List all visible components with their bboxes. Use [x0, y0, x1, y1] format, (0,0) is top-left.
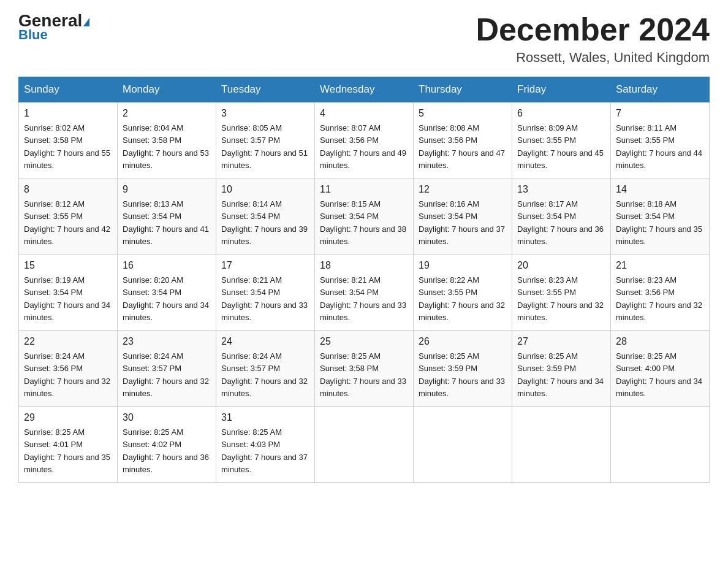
- day-number: 10: [221, 182, 309, 197]
- month-title: December 2024: [476, 12, 710, 47]
- logo-blue: Blue: [18, 27, 48, 43]
- day-number: 3: [221, 106, 309, 121]
- day-info: Sunrise: 8:25 AMSunset: 3:58 PMDaylight:…: [320, 351, 406, 398]
- day-info: Sunrise: 8:25 AMSunset: 4:02 PMDaylight:…: [123, 427, 209, 474]
- day-number: 31: [221, 410, 309, 425]
- table-row: 30 Sunrise: 8:25 AMSunset: 4:02 PMDaylig…: [118, 407, 216, 483]
- day-number: 1: [24, 106, 112, 121]
- table-row: 14 Sunrise: 8:18 AMSunset: 3:54 PMDaylig…: [611, 178, 710, 255]
- day-number: 30: [123, 410, 211, 425]
- day-info: Sunrise: 8:22 AMSunset: 3:55 PMDaylight:…: [419, 275, 505, 322]
- table-row: 3 Sunrise: 8:05 AMSunset: 3:57 PMDayligh…: [216, 102, 315, 178]
- day-number: 22: [24, 334, 112, 349]
- calendar-week-row: 22 Sunrise: 8:24 AMSunset: 3:56 PMDaylig…: [19, 331, 710, 407]
- table-row: 2 Sunrise: 8:04 AMSunset: 3:58 PMDayligh…: [118, 102, 216, 178]
- day-number: 8: [24, 182, 112, 197]
- calendar-header-row: Sunday Monday Tuesday Wednesday Thursday…: [19, 77, 710, 102]
- calendar-week-row: 1 Sunrise: 8:02 AMSunset: 3:58 PMDayligh…: [19, 102, 710, 178]
- day-info: Sunrise: 8:23 AMSunset: 3:56 PMDaylight:…: [616, 275, 702, 322]
- day-number: 15: [24, 258, 112, 273]
- calendar-week-row: 8 Sunrise: 8:12 AMSunset: 3:55 PMDayligh…: [19, 178, 710, 255]
- table-row: 4 Sunrise: 8:07 AMSunset: 3:56 PMDayligh…: [315, 102, 414, 178]
- col-monday: Monday: [118, 77, 216, 102]
- day-number: 12: [419, 182, 507, 197]
- day-number: 29: [24, 410, 112, 425]
- table-row: 20 Sunrise: 8:23 AMSunset: 3:55 PMDaylig…: [512, 255, 611, 331]
- table-row: 15 Sunrise: 8:19 AMSunset: 3:54 PMDaylig…: [19, 255, 118, 331]
- col-saturday: Saturday: [611, 77, 710, 102]
- day-number: 6: [517, 106, 605, 121]
- table-row: [611, 407, 710, 483]
- table-row: 27 Sunrise: 8:25 AMSunset: 3:59 PMDaylig…: [512, 331, 611, 407]
- day-number: 14: [616, 182, 704, 197]
- table-row: 9 Sunrise: 8:13 AMSunset: 3:54 PMDayligh…: [118, 178, 216, 255]
- table-row: 24 Sunrise: 8:24 AMSunset: 3:57 PMDaylig…: [216, 331, 315, 407]
- table-row: 19 Sunrise: 8:22 AMSunset: 3:55 PMDaylig…: [414, 255, 512, 331]
- day-number: 9: [123, 182, 211, 197]
- day-info: Sunrise: 8:20 AMSunset: 3:54 PMDaylight:…: [123, 275, 209, 322]
- table-row: 13 Sunrise: 8:17 AMSunset: 3:54 PMDaylig…: [512, 178, 611, 255]
- day-number: 13: [517, 182, 605, 197]
- table-row: 23 Sunrise: 8:24 AMSunset: 3:57 PMDaylig…: [118, 331, 216, 407]
- table-row: 22 Sunrise: 8:24 AMSunset: 3:56 PMDaylig…: [19, 331, 118, 407]
- logo: General Blue: [18, 12, 89, 43]
- day-info: Sunrise: 8:14 AMSunset: 3:54 PMDaylight:…: [221, 199, 308, 246]
- col-sunday: Sunday: [19, 77, 118, 102]
- day-info: Sunrise: 8:16 AMSunset: 3:54 PMDaylight:…: [419, 199, 505, 246]
- col-wednesday: Wednesday: [315, 77, 414, 102]
- day-number: 23: [123, 334, 211, 349]
- table-row: 29 Sunrise: 8:25 AMSunset: 4:01 PMDaylig…: [19, 407, 118, 483]
- day-info: Sunrise: 8:25 AMSunset: 4:03 PMDaylight:…: [221, 427, 308, 474]
- day-number: 20: [517, 258, 605, 273]
- day-number: 21: [616, 258, 704, 273]
- day-info: Sunrise: 8:11 AMSunset: 3:55 PMDaylight:…: [616, 123, 702, 170]
- day-info: Sunrise: 8:19 AMSunset: 3:54 PMDaylight:…: [24, 275, 110, 322]
- table-row: 12 Sunrise: 8:16 AMSunset: 3:54 PMDaylig…: [414, 178, 512, 255]
- day-info: Sunrise: 8:21 AMSunset: 3:54 PMDaylight:…: [320, 275, 406, 322]
- day-number: 27: [517, 334, 605, 349]
- location: Rossett, Wales, United Kingdom: [476, 50, 710, 66]
- day-number: 18: [320, 258, 408, 273]
- col-thursday: Thursday: [414, 77, 512, 102]
- calendar-table: Sunday Monday Tuesday Wednesday Thursday…: [18, 77, 710, 483]
- title-block: December 2024 Rossett, Wales, United Kin…: [476, 12, 710, 66]
- day-number: 26: [419, 334, 507, 349]
- day-info: Sunrise: 8:23 AMSunset: 3:55 PMDaylight:…: [517, 275, 604, 322]
- day-info: Sunrise: 8:24 AMSunset: 3:56 PMDaylight:…: [24, 351, 110, 398]
- col-friday: Friday: [512, 77, 611, 102]
- day-info: Sunrise: 8:07 AMSunset: 3:56 PMDaylight:…: [320, 123, 406, 170]
- day-number: 25: [320, 334, 408, 349]
- day-number: 7: [616, 106, 704, 121]
- day-info: Sunrise: 8:15 AMSunset: 3:54 PMDaylight:…: [320, 199, 406, 246]
- logo-triangle-icon: [83, 18, 89, 26]
- day-number: 16: [123, 258, 211, 273]
- day-info: Sunrise: 8:13 AMSunset: 3:54 PMDaylight:…: [123, 199, 209, 246]
- table-row: 28 Sunrise: 8:25 AMSunset: 4:00 PMDaylig…: [611, 331, 710, 407]
- table-row: [414, 407, 512, 483]
- day-number: 4: [320, 106, 408, 121]
- day-info: Sunrise: 8:04 AMSunset: 3:58 PMDaylight:…: [123, 123, 209, 170]
- day-info: Sunrise: 8:25 AMSunset: 3:59 PMDaylight:…: [419, 351, 505, 398]
- table-row: 7 Sunrise: 8:11 AMSunset: 3:55 PMDayligh…: [611, 102, 710, 178]
- day-info: Sunrise: 8:08 AMSunset: 3:56 PMDaylight:…: [419, 123, 505, 170]
- day-info: Sunrise: 8:21 AMSunset: 3:54 PMDaylight:…: [221, 275, 308, 322]
- table-row: 1 Sunrise: 8:02 AMSunset: 3:58 PMDayligh…: [19, 102, 118, 178]
- day-info: Sunrise: 8:25 AMSunset: 4:01 PMDaylight:…: [24, 427, 110, 474]
- day-info: Sunrise: 8:24 AMSunset: 3:57 PMDaylight:…: [123, 351, 209, 398]
- day-info: Sunrise: 8:09 AMSunset: 3:55 PMDaylight:…: [517, 123, 604, 170]
- day-info: Sunrise: 8:12 AMSunset: 3:55 PMDaylight:…: [24, 199, 110, 246]
- day-number: 24: [221, 334, 309, 349]
- day-info: Sunrise: 8:02 AMSunset: 3:58 PMDaylight:…: [24, 123, 110, 170]
- table-row: 16 Sunrise: 8:20 AMSunset: 3:54 PMDaylig…: [118, 255, 216, 331]
- col-tuesday: Tuesday: [216, 77, 315, 102]
- table-row: 18 Sunrise: 8:21 AMSunset: 3:54 PMDaylig…: [315, 255, 414, 331]
- table-row: [512, 407, 611, 483]
- table-row: 11 Sunrise: 8:15 AMSunset: 3:54 PMDaylig…: [315, 178, 414, 255]
- table-row: 6 Sunrise: 8:09 AMSunset: 3:55 PMDayligh…: [512, 102, 611, 178]
- calendar-week-row: 15 Sunrise: 8:19 AMSunset: 3:54 PMDaylig…: [19, 255, 710, 331]
- calendar-week-row: 29 Sunrise: 8:25 AMSunset: 4:01 PMDaylig…: [19, 407, 710, 483]
- day-info: Sunrise: 8:18 AMSunset: 3:54 PMDaylight:…: [616, 199, 702, 246]
- table-row: 10 Sunrise: 8:14 AMSunset: 3:54 PMDaylig…: [216, 178, 315, 255]
- table-row: 17 Sunrise: 8:21 AMSunset: 3:54 PMDaylig…: [216, 255, 315, 331]
- day-info: Sunrise: 8:24 AMSunset: 3:57 PMDaylight:…: [221, 351, 308, 398]
